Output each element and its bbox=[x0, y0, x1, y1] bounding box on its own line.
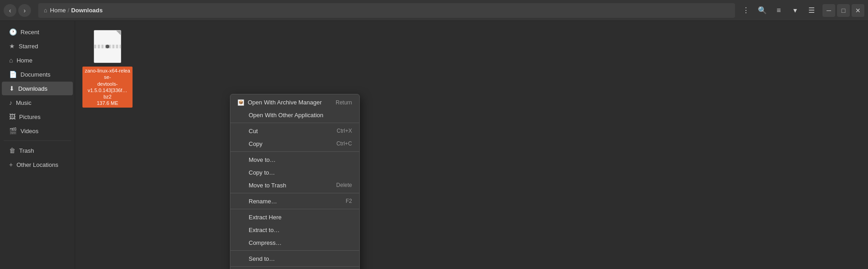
breadcrumb: ⌂ Home / Downloads bbox=[38, 3, 735, 18]
sidebar-item-label: Home bbox=[16, 57, 32, 64]
sidebar-item-other-locations[interactable]: + Other Locations bbox=[2, 158, 73, 171]
recent-icon: 🕐 bbox=[9, 28, 17, 36]
breadcrumb-current: Downloads bbox=[71, 7, 102, 14]
pictures-icon: 🖼 bbox=[9, 113, 15, 120]
sidebar-item-home[interactable]: ⌂ Home bbox=[2, 53, 73, 67]
close-button[interactable]: ✕ bbox=[852, 4, 864, 17]
sidebar-item-label: Starred bbox=[19, 43, 38, 50]
ctx-separator-6 bbox=[230, 266, 359, 267]
file-icon-wrapper bbox=[89, 28, 126, 65]
archive-dot bbox=[106, 45, 109, 48]
main-area: 🕐 Recent ★ Starred ⌂ Home 📄 Documents ⬇ … bbox=[0, 21, 868, 269]
grid-view-icon: ☰ bbox=[808, 6, 815, 15]
extract-here-icon bbox=[238, 213, 245, 221]
window-controls: ─ □ ✕ bbox=[822, 4, 864, 17]
ctx-item-left: Cut bbox=[238, 127, 258, 134]
grid-view-button[interactable]: ☰ bbox=[804, 3, 819, 18]
sidebar-item-pictures[interactable]: 🖼 Pictures bbox=[2, 110, 73, 124]
forward-icon: › bbox=[24, 7, 26, 14]
titlebar-actions: ⋮ 🔍 ≡ ▾ ☰ bbox=[739, 3, 819, 18]
trash-icon bbox=[238, 181, 245, 189]
ctx-compress[interactable]: Compress… bbox=[230, 236, 359, 249]
ctx-cut[interactable]: Cut Ctrl+X bbox=[230, 124, 359, 137]
search-icon: 🔍 bbox=[758, 6, 767, 15]
titlebar: ‹ › ⌂ Home / Downloads ⋮ 🔍 ≡ ▾ ☰ ─ □ bbox=[0, 0, 868, 21]
back-button[interactable]: ‹ bbox=[4, 4, 16, 17]
nav-buttons: ‹ › bbox=[4, 4, 31, 17]
ctx-label: Rename… bbox=[249, 198, 277, 205]
videos-icon: 🎬 bbox=[9, 127, 17, 134]
downloads-icon: ⬇ bbox=[9, 85, 15, 92]
sidebar-item-downloads[interactable]: ⬇ Downloads bbox=[2, 82, 73, 95]
sidebar: 🕐 Recent ★ Starred ⌂ Home 📄 Documents ⬇ … bbox=[0, 21, 75, 269]
sidebar-item-videos[interactable]: 🎬 Videos bbox=[2, 124, 73, 138]
sidebar-item-trash[interactable]: 🗑 Trash bbox=[2, 144, 73, 157]
ctx-label: Copy to… bbox=[249, 169, 275, 176]
music-icon: ♪ bbox=[9, 99, 12, 106]
ctx-open-archive-manager[interactable]: 📦 Open With Archive Manager Return bbox=[230, 96, 359, 109]
ctx-label: Copy bbox=[249, 140, 262, 147]
plus-icon: + bbox=[9, 161, 13, 168]
sidebar-item-documents[interactable]: 📄 Documents bbox=[2, 67, 73, 81]
maximize-button[interactable]: □ bbox=[837, 4, 850, 17]
star-icon: ★ bbox=[9, 42, 15, 50]
home-icon: ⌂ bbox=[9, 57, 13, 64]
context-menu: 📦 Open With Archive Manager Return Open … bbox=[230, 94, 360, 269]
search-button[interactable]: 🔍 bbox=[755, 3, 770, 18]
minimize-button[interactable]: ─ bbox=[822, 4, 835, 17]
ctx-separator-4 bbox=[230, 209, 359, 209]
ctx-label: Open With Archive Manager bbox=[248, 99, 322, 106]
ctx-label: Compress… bbox=[249, 239, 281, 246]
send-to-icon bbox=[238, 255, 245, 262]
ctx-shortcut: F2 bbox=[346, 198, 352, 204]
ctx-move-to-trash[interactable]: Move to Trash Delete bbox=[230, 179, 359, 191]
maximize-icon: □ bbox=[842, 7, 845, 14]
trash-icon: 🗑 bbox=[9, 147, 15, 154]
list-view-button[interactable]: ≡ bbox=[771, 3, 786, 18]
ctx-shortcut: Delete bbox=[336, 182, 352, 188]
sidebar-item-label: Recent bbox=[20, 29, 39, 36]
breadcrumb-home[interactable]: Home bbox=[50, 7, 66, 14]
ctx-shortcut: Return bbox=[336, 99, 352, 106]
view-dropdown-button[interactable]: ▾ bbox=[788, 3, 802, 18]
copy-to-icon bbox=[238, 169, 245, 176]
sidebar-item-label: Pictures bbox=[19, 114, 41, 120]
ctx-shortcut: Ctrl+C bbox=[337, 140, 352, 147]
file-area[interactable]: zano-linux-x64-release-devtools-v1.5.0.1… bbox=[75, 21, 868, 269]
ctx-label: Extract Here bbox=[249, 214, 281, 221]
ctx-label: Cut bbox=[249, 128, 258, 134]
sidebar-item-recent[interactable]: 🕐 Recent bbox=[2, 25, 73, 39]
ctx-copy-to[interactable]: Copy to… bbox=[230, 166, 359, 179]
ctx-move-to[interactable]: Move to… bbox=[230, 153, 359, 166]
forward-button[interactable]: › bbox=[18, 4, 31, 17]
back-icon: ‹ bbox=[9, 7, 11, 14]
sidebar-item-label: Trash bbox=[19, 147, 34, 154]
ctx-copy[interactable]: Copy Ctrl+C bbox=[230, 137, 359, 150]
documents-icon: 📄 bbox=[9, 71, 17, 78]
rename-icon bbox=[238, 197, 245, 205]
ctx-item-left: Extract to… bbox=[238, 226, 280, 233]
sidebar-item-label: Other Locations bbox=[16, 161, 58, 168]
copy-icon bbox=[238, 140, 245, 147]
sidebar-item-label: Downloads bbox=[18, 85, 47, 92]
ctx-rename[interactable]: Rename… F2 bbox=[230, 195, 359, 207]
ctx-send-to[interactable]: Send to… bbox=[230, 252, 359, 265]
sidebar-item-label: Music bbox=[16, 99, 31, 106]
ctx-extract-to[interactable]: Extract to… bbox=[230, 223, 359, 236]
file-label: zano-linux-x64-release-devtools-v1.5.0.1… bbox=[82, 67, 133, 108]
ctx-item-left: Copy to… bbox=[238, 169, 275, 176]
ctx-open-other-app[interactable]: Open With Other Application bbox=[230, 109, 359, 121]
sidebar-item-music[interactable]: ♪ Music bbox=[2, 96, 73, 109]
more-options-button[interactable]: ⋮ bbox=[739, 3, 753, 18]
sidebar-divider bbox=[4, 140, 71, 141]
ctx-label: Move to Trash bbox=[249, 182, 286, 189]
ctx-separator-3 bbox=[230, 193, 359, 193]
sidebar-item-starred[interactable]: ★ Starred bbox=[2, 39, 73, 53]
compress-icon bbox=[238, 239, 245, 246]
cut-icon bbox=[238, 127, 245, 134]
more-icon: ⋮ bbox=[742, 6, 750, 15]
file-item[interactable]: zano-linux-x64-release-devtools-v1.5.0.1… bbox=[82, 28, 133, 108]
ctx-extract-here[interactable]: Extract Here bbox=[230, 211, 359, 223]
ctx-item-left: Open With Other Application bbox=[238, 111, 323, 119]
ctx-item-left: Compress… bbox=[238, 239, 281, 246]
